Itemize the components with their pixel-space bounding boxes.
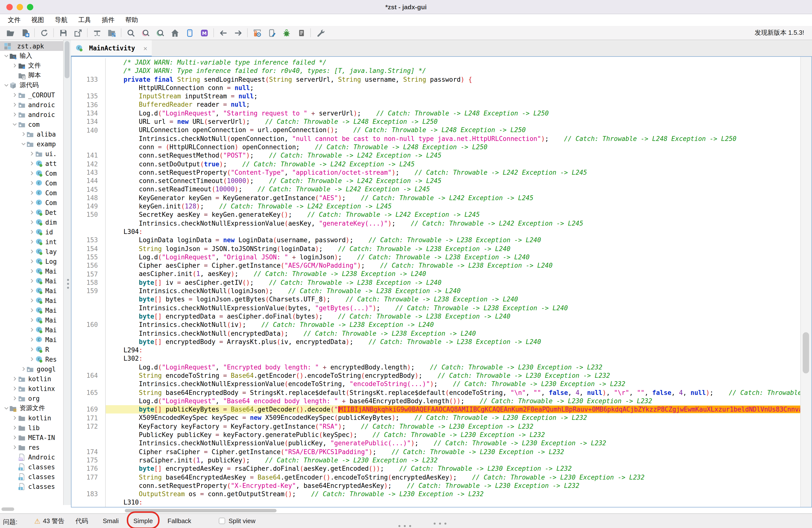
tree-item-Mai[interactable]: c Mai [0, 276, 63, 286]
code-line[interactable]: conn = (HttpURLConnection) openConnectio… [106, 143, 812, 151]
chevron-collapsed-icon[interactable] [29, 151, 35, 156]
tree-item-Mai[interactable]: c Mai [0, 266, 63, 276]
code-line[interactable]: byte[] publicKeyBytes = Base64.getDecode… [106, 405, 812, 414]
tree-item-文件[interactable]: 文件 [0, 61, 63, 71]
chevron-collapsed-icon[interactable] [29, 318, 35, 322]
chevron-collapsed-icon[interactable] [29, 239, 35, 244]
chevron-collapsed-icon[interactable] [29, 357, 35, 362]
chevron-expanded-icon[interactable] [3, 53, 9, 58]
chevron-collapsed-icon[interactable] [20, 367, 26, 371]
tree-item-Det[interactable]: c Det [0, 207, 63, 217]
menu-3[interactable]: 工具 [73, 16, 97, 25]
view-mode-Fallback[interactable]: Fallback [166, 516, 192, 526]
forward-icon[interactable] [232, 27, 244, 39]
code-line[interactable]: rsaCipher.init(1, publicKey); // Catch: … [106, 456, 812, 465]
editor-horizontal-scrollbar[interactable] [71, 508, 812, 514]
chevron-expanded-icon[interactable] [20, 142, 26, 146]
code-line[interactable]: LoginData loginData = new LoginData(user… [106, 236, 812, 245]
close-window-button[interactable] [6, 4, 13, 10]
tree-item-Com[interactable]: c Com [0, 178, 63, 188]
splitter-handle[interactable] [67, 279, 69, 289]
tree-item-org[interactable]: org [0, 393, 63, 403]
tree-structure-icon[interactable] [106, 27, 117, 39]
menu-2[interactable]: 导航 [49, 16, 73, 25]
search-icon[interactable] [125, 27, 136, 39]
export-icon[interactable] [72, 27, 84, 39]
code-line[interactable]: private final String sendLoginRequest(St… [106, 75, 812, 84]
tree-item-classes[interactable]: J classes [0, 462, 63, 472]
chevron-collapsed-icon[interactable] [12, 386, 18, 391]
tree-item-ui.[interactable]: ui. [0, 149, 63, 159]
chevron-collapsed-icon[interactable] [29, 220, 35, 225]
tree-item-Com[interactable]: c Com [0, 168, 63, 178]
tree-item-源代码[interactable]: 源代码 [0, 80, 63, 90]
vertical-scrollbar-thumb[interactable] [803, 332, 809, 373]
code-line[interactable]: Intrinsics.checkNotNull(openConnection, … [106, 134, 812, 143]
tree-item-aliba[interactable]: aliba [0, 129, 63, 139]
tree-item-Mai[interactable]: c Mai [0, 286, 63, 296]
code-line[interactable]: String encodeToString = Base64.getEncode… [106, 371, 812, 380]
chevron-collapsed-icon[interactable] [29, 210, 35, 215]
code-line[interactable]: byte[] encryptedBody = ArraysKt.plus(iv,… [106, 338, 812, 346]
tree-item-kotlin[interactable]: kotlin [0, 413, 63, 423]
minimize-window-button[interactable] [17, 4, 23, 10]
code-line[interactable]: URLConnection openConnection = url.openC… [106, 126, 812, 135]
chevron-collapsed-icon[interactable] [29, 347, 35, 352]
code-line[interactable]: PublicKey publicKey = keyFactory.generat… [106, 431, 812, 439]
tree-item-Mai[interactable]: c Mai [0, 335, 63, 344]
chevron-collapsed-icon[interactable] [29, 288, 35, 293]
tree-item-META-IN[interactable]: META-IN [0, 432, 63, 442]
tree-item-R[interactable]: c R [0, 344, 63, 354]
code-line[interactable]: conn.setRequestMethod("POST"); // Catch:… [106, 151, 812, 160]
tree-item-Mai[interactable]: c Mai [0, 296, 63, 305]
code-line[interactable]: SecretKey aesKey = keyGen.generateKey();… [106, 211, 812, 219]
tree-item-Com[interactable]: c Com [0, 188, 63, 198]
chevron-collapsed-icon[interactable] [29, 278, 35, 283]
code-line[interactable]: HttpURLConnection conn = null; [106, 84, 812, 92]
view-mode-Smali[interactable]: Smali [102, 516, 120, 526]
chevron-collapsed-icon[interactable] [12, 376, 18, 381]
code-line[interactable]: byte[] iv = aesCipher.getIV(); // Catch:… [106, 278, 812, 287]
tree-item-Res[interactable]: c Res [0, 354, 63, 364]
chevron-collapsed-icon[interactable] [12, 425, 18, 430]
tree-item-com[interactable]: com [0, 119, 63, 129]
tree-item-输入[interactable]: 输入 [0, 51, 63, 61]
tree-item-Androic[interactable]: MF Androic [0, 452, 63, 462]
warnings-badge[interactable]: ⚠ 43 警告 [34, 517, 64, 526]
chevron-collapsed-icon[interactable] [12, 435, 18, 440]
tree-item-id[interactable]: c id [0, 227, 63, 237]
chevron-collapsed-icon[interactable] [29, 230, 35, 234]
chevron-collapsed-icon[interactable] [29, 298, 35, 303]
code-line[interactable]: L304: [106, 228, 812, 236]
code-line[interactable]: conn.setReadTimeout(10000); // Catch: Th… [106, 185, 812, 194]
chevron-collapsed-icon[interactable] [29, 259, 35, 264]
horizontal-scrollbar-thumb[interactable] [125, 509, 277, 512]
tree-scrollbar-thumb[interactable] [64, 41, 70, 78]
code-line[interactable]: URL url = new URL(serverUrl); // Catch: … [106, 117, 812, 126]
debug-icon[interactable] [280, 27, 292, 39]
search-class-icon[interactable] [140, 27, 151, 39]
tree-item-examp[interactable]: examp [0, 139, 63, 149]
reload-icon[interactable] [38, 27, 50, 39]
tree-horizontal-scrollbar[interactable] [1, 508, 14, 511]
tree-item-classes[interactable]: J classes [0, 482, 63, 491]
code-line[interactable]: aesCipher.init(1, aesKey); // Catch: Thr… [106, 270, 812, 278]
chevron-collapsed-icon[interactable] [20, 132, 26, 136]
chevron-collapsed-icon[interactable] [12, 63, 18, 68]
code-line[interactable]: BufferedReader reader = null; [106, 101, 812, 109]
chevron-collapsed-icon[interactable] [29, 249, 35, 254]
code-line[interactable]: Intrinsics.checkNotNullExpressionValue(a… [106, 219, 812, 228]
tree-item-Mai[interactable]: c Mai [0, 315, 63, 325]
code-line[interactable]: conn.setRequestProperty("X-Encrypted-Key… [106, 482, 812, 490]
chevron-collapsed-icon[interactable] [12, 112, 18, 117]
code-line[interactable]: Cipher aesCipher = Cipher.getInstance("A… [106, 261, 812, 270]
chevron-expanded-icon[interactable] [12, 122, 18, 127]
tab-mainactivity[interactable]: c MainActivity × [71, 40, 152, 56]
open-file-icon[interactable] [4, 27, 16, 39]
tree-item-att[interactable]: c att [0, 159, 63, 168]
tree-item-脚本[interactable]: 脚本 [0, 71, 63, 80]
code-line[interactable]: conn.setDoOutput(true); // Catch: Throwa… [106, 160, 812, 168]
code-line[interactable]: String base64EncryptedBody = StringsKt.r… [106, 388, 812, 397]
chevron-collapsed-icon[interactable] [29, 308, 35, 313]
code-line[interactable]: Intrinsics.checkNotNull(loginJson); // C… [106, 287, 812, 295]
